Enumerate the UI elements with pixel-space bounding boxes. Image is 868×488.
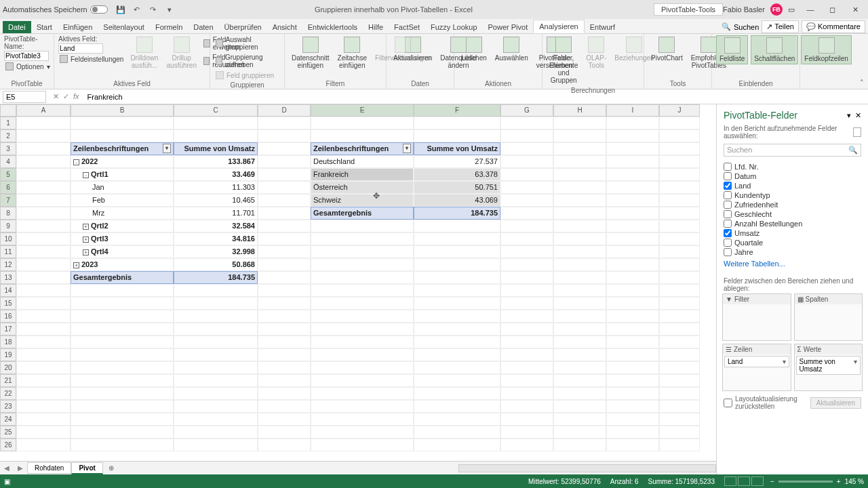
- buttons-toggle[interactable]: Schaltflächen: [751, 35, 798, 64]
- field-item[interactable]: Jahre: [724, 247, 861, 257]
- avatar[interactable]: FB: [770, 3, 783, 16]
- sheet-nav-prev[interactable]: ◀: [0, 464, 14, 472]
- cell[interactable]: [553, 400, 606, 413]
- cell[interactable]: [16, 413, 71, 426]
- cell[interactable]: [500, 348, 553, 361]
- pivottable-name-input[interactable]: [4, 51, 49, 61]
- cell[interactable]: [311, 361, 414, 374]
- cell[interactable]: [174, 348, 258, 361]
- tab-view[interactable]: Ansicht: [267, 21, 302, 33]
- cell[interactable]: [659, 284, 700, 297]
- cell[interactable]: [606, 387, 659, 400]
- cell[interactable]: [500, 117, 553, 129]
- cell[interactable]: [553, 426, 606, 439]
- cell[interactable]: [553, 129, 606, 142]
- tab-analyze[interactable]: Analysieren: [533, 20, 584, 33]
- tab-formulas[interactable]: Formeln: [150, 21, 188, 33]
- cell[interactable]: [606, 142, 659, 155]
- cell[interactable]: [16, 129, 71, 142]
- cell[interactable]: [414, 284, 500, 297]
- tab-file[interactable]: Datei: [3, 21, 31, 33]
- row-header[interactable]: 26: [0, 439, 16, 451]
- cell[interactable]: [500, 387, 553, 400]
- undo-icon[interactable]: ↶: [132, 5, 142, 14]
- field-search-input[interactable]: Suchen 🔍: [724, 144, 861, 157]
- tab-insert[interactable]: Einfügen: [58, 21, 98, 33]
- cell[interactable]: [553, 413, 606, 426]
- options-button[interactable]: Optionen ▾: [4, 62, 52, 71]
- cell[interactable]: [258, 232, 311, 245]
- headers-toggle[interactable]: Feldkopfzeilen: [801, 35, 851, 64]
- cell[interactable]: +Qrtl3: [71, 232, 174, 245]
- fieldlist-button[interactable]: Feldliste: [716, 35, 748, 64]
- cell[interactable]: [174, 323, 258, 336]
- cell[interactable]: [500, 194, 553, 207]
- cell[interactable]: [71, 297, 174, 310]
- more-tables-link[interactable]: Weitere Tabellen...: [724, 257, 861, 270]
- cell[interactable]: [258, 297, 311, 310]
- cell[interactable]: [606, 323, 659, 336]
- row-header[interactable]: 2: [0, 129, 16, 142]
- cell[interactable]: [606, 426, 659, 439]
- columns-area[interactable]: ▦ Spalten: [794, 293, 863, 341]
- user-name[interactable]: Fabio Basler: [723, 5, 765, 14]
- row-header[interactable]: 24: [0, 413, 16, 426]
- cell[interactable]: [606, 232, 659, 245]
- cell[interactable]: [606, 220, 659, 232]
- qat-more-icon[interactable]: ▾: [165, 5, 174, 14]
- insert-timeline-button[interactable]: Zeitachse einfügen: [335, 35, 370, 70]
- cell[interactable]: [606, 336, 659, 348]
- col-header[interactable]: D: [258, 104, 311, 117]
- cell[interactable]: [311, 220, 414, 232]
- cell[interactable]: [311, 323, 414, 336]
- cell[interactable]: Feb: [71, 194, 174, 207]
- cell[interactable]: Gesamtergebnis: [311, 207, 414, 220]
- cell[interactable]: [258, 323, 311, 336]
- comments-button[interactable]: 💬 Kommentare: [802, 20, 865, 33]
- cell[interactable]: [311, 374, 414, 387]
- col-header[interactable]: E: [311, 104, 414, 117]
- cell[interactable]: [258, 220, 311, 232]
- cell[interactable]: 32.998: [174, 245, 258, 258]
- cell[interactable]: [16, 142, 71, 155]
- col-header[interactable]: J: [659, 104, 700, 117]
- cell[interactable]: 184.735: [174, 271, 258, 284]
- col-header[interactable]: F: [414, 104, 500, 117]
- cell[interactable]: [414, 413, 500, 426]
- cell[interactable]: [258, 117, 311, 129]
- cell[interactable]: [71, 284, 174, 297]
- cell[interactable]: [500, 258, 553, 271]
- cell[interactable]: [414, 220, 500, 232]
- cell[interactable]: [500, 297, 553, 310]
- cell[interactable]: [414, 323, 500, 336]
- cell[interactable]: [553, 117, 606, 129]
- cell[interactable]: [311, 336, 414, 348]
- cell[interactable]: +Qrtl2: [71, 220, 174, 232]
- cell[interactable]: [659, 207, 700, 220]
- cell[interactable]: [553, 387, 606, 400]
- tab-pagelayout[interactable]: Seitenlayout: [98, 21, 150, 33]
- cell[interactable]: [16, 194, 71, 207]
- cell[interactable]: Mrz: [71, 207, 174, 220]
- cell[interactable]: [174, 439, 258, 451]
- cell[interactable]: -2022: [71, 155, 174, 168]
- cell[interactable]: [16, 387, 71, 400]
- cell[interactable]: [553, 168, 606, 181]
- cell[interactable]: [500, 323, 553, 336]
- cell[interactable]: [553, 297, 606, 310]
- add-sheet-button[interactable]: ⊕: [103, 464, 119, 472]
- field-item[interactable]: Quartale: [724, 238, 861, 247]
- cell[interactable]: [258, 245, 311, 258]
- cell[interactable]: [414, 374, 500, 387]
- cell[interactable]: [553, 142, 606, 155]
- tab-data[interactable]: Daten: [188, 21, 218, 33]
- cell[interactable]: [258, 426, 311, 439]
- cell[interactable]: [606, 374, 659, 387]
- cell[interactable]: [414, 117, 500, 129]
- cell[interactable]: [659, 361, 700, 374]
- cell[interactable]: [258, 374, 311, 387]
- cell[interactable]: [414, 271, 500, 284]
- cell[interactable]: [659, 129, 700, 142]
- tab-developer[interactable]: Entwicklertools: [302, 21, 363, 33]
- cell[interactable]: [606, 439, 659, 451]
